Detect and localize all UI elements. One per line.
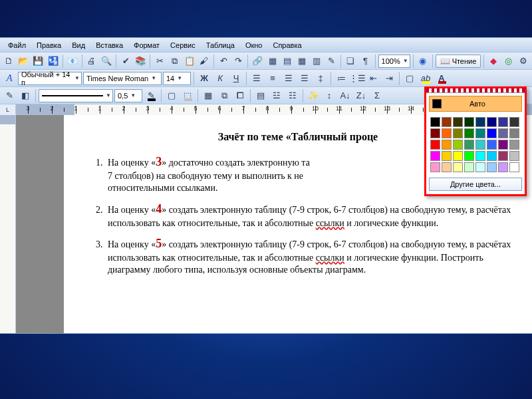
- color-swatch[interactable]: [464, 128, 474, 138]
- tables-borders-icon[interactable]: ▦: [265, 54, 279, 68]
- color-swatch[interactable]: [509, 151, 519, 161]
- menu-insert[interactable]: Вставка: [90, 40, 128, 51]
- line-weight-combo[interactable]: 0,5▼: [114, 89, 142, 102]
- show-marks-icon[interactable]: ¶: [358, 54, 372, 68]
- vertical-ruler[interactable]: [0, 115, 16, 333]
- sort-asc-icon[interactable]: A↓: [338, 88, 352, 103]
- color-swatch[interactable]: [442, 162, 452, 172]
- menu-edit[interactable]: Правка: [31, 40, 66, 51]
- color-swatch[interactable]: [475, 117, 485, 127]
- align-justify-icon[interactable]: ☰: [297, 71, 312, 86]
- underline-button[interactable]: Ч: [229, 71, 243, 86]
- color-swatch[interactable]: [442, 140, 452, 150]
- color-swatch[interactable]: [430, 151, 440, 161]
- text-direction-icon[interactable]: ↕: [322, 88, 336, 103]
- color-swatch[interactable]: [430, 117, 440, 127]
- color-swatch[interactable]: [498, 128, 508, 138]
- borders-icon[interactable]: ▢: [402, 71, 417, 86]
- popup-grip[interactable]: [426, 88, 525, 93]
- distribute-rows-icon[interactable]: ☳: [269, 88, 284, 103]
- autosum-icon[interactable]: Σ: [370, 88, 384, 103]
- line-style-combo[interactable]: ▼: [39, 89, 113, 102]
- drawing-toggle-icon[interactable]: ✎: [325, 54, 338, 68]
- indent-icon[interactable]: ⇥: [382, 71, 396, 86]
- line-spacing-icon[interactable]: ‡: [313, 71, 328, 86]
- italic-button[interactable]: К: [213, 71, 227, 86]
- excel-icon[interactable]: ▦: [295, 54, 309, 68]
- menu-tools[interactable]: Сервис: [165, 40, 201, 51]
- insert-table-icon[interactable]: ▤: [281, 54, 294, 68]
- highlight-icon[interactable]: ab: [418, 71, 433, 86]
- font-size-combo[interactable]: 14▼: [163, 72, 191, 85]
- paste-icon[interactable]: 📋: [183, 54, 196, 68]
- menu-file[interactable]: Файл: [3, 40, 31, 51]
- color-swatch[interactable]: [442, 151, 452, 161]
- color-swatch[interactable]: [464, 162, 474, 172]
- color-swatch[interactable]: [453, 140, 463, 150]
- color-swatch[interactable]: [453, 151, 463, 161]
- font-color-icon[interactable]: A: [434, 71, 449, 86]
- color-swatch[interactable]: [453, 162, 463, 172]
- color-swatch[interactable]: [475, 128, 485, 138]
- permissions-icon[interactable]: 🛂: [47, 54, 60, 68]
- translate-icon[interactable]: ◎: [501, 54, 515, 68]
- numbered-list-icon[interactable]: ≔: [334, 71, 348, 86]
- bulleted-list-icon[interactable]: ⋮☰: [350, 71, 364, 86]
- font-combo[interactable]: Times New Roman▼: [83, 72, 162, 85]
- align-cell-icon[interactable]: ▤: [253, 88, 268, 103]
- spellcheck-icon[interactable]: ✔: [119, 54, 132, 68]
- styles-pane-icon[interactable]: A: [2, 71, 17, 86]
- options-icon[interactable]: ⚙: [517, 54, 530, 68]
- color-swatch[interactable]: [487, 117, 497, 127]
- color-swatch[interactable]: [430, 162, 440, 172]
- split-cells-icon[interactable]: ⧠: [233, 88, 247, 103]
- color-swatch[interactable]: [464, 140, 474, 150]
- outside-border-icon[interactable]: ▢: [164, 88, 179, 103]
- redo-icon[interactable]: ↷: [231, 54, 245, 68]
- autoformat-icon[interactable]: ✨: [306, 88, 321, 103]
- cut-icon[interactable]: ✂: [153, 54, 166, 68]
- style-combo[interactable]: Обычный + 14 п▼: [18, 72, 82, 85]
- shading-color-icon[interactable]: ⬚: [180, 88, 195, 103]
- print-icon[interactable]: 🖨: [85, 54, 98, 68]
- new-doc-icon[interactable]: 🗋: [2, 54, 15, 68]
- doc-map-icon[interactable]: ❏: [344, 54, 357, 68]
- distribute-cols-icon[interactable]: ☷: [285, 88, 300, 103]
- outdent-icon[interactable]: ⇤: [366, 71, 380, 86]
- menu-window[interactable]: Окно: [240, 40, 268, 51]
- save-icon[interactable]: 💾: [31, 54, 45, 68]
- print-preview-icon[interactable]: 🔍: [100, 54, 113, 68]
- tab-selector[interactable]: L: [0, 104, 16, 115]
- color-swatch[interactable]: [430, 140, 440, 150]
- color-swatch[interactable]: [442, 128, 452, 138]
- bold-button[interactable]: Ж: [197, 71, 211, 86]
- align-left-icon[interactable]: ☰: [249, 71, 264, 86]
- color-swatch[interactable]: [509, 162, 519, 172]
- color-swatch[interactable]: [475, 162, 485, 172]
- color-swatch[interactable]: [487, 151, 497, 161]
- format-painter-icon[interactable]: 🖌: [198, 54, 211, 68]
- hyperlink-icon[interactable]: 🔗: [251, 54, 264, 68]
- copy-icon[interactable]: ⧉: [168, 54, 182, 68]
- color-swatch[interactable]: [453, 117, 463, 127]
- color-swatch[interactable]: [430, 128, 440, 138]
- color-swatch[interactable]: [509, 117, 519, 127]
- border-color-icon[interactable]: ✎: [144, 88, 158, 103]
- open-icon[interactable]: 📂: [17, 54, 30, 68]
- reading-mode-button[interactable]: 📖Чтение: [436, 55, 481, 68]
- color-swatch[interactable]: [487, 162, 497, 172]
- align-center-icon[interactable]: ≡: [265, 71, 280, 86]
- align-right-icon[interactable]: ☰: [281, 71, 296, 86]
- color-swatch[interactable]: [509, 140, 519, 150]
- color-swatch[interactable]: [464, 117, 474, 127]
- mail-icon[interactable]: 📧: [66, 54, 79, 68]
- columns-icon[interactable]: ▥: [310, 54, 323, 68]
- auto-color-button[interactable]: Авто: [429, 96, 522, 112]
- color-swatch[interactable]: [475, 140, 485, 150]
- draw-table-icon[interactable]: ✎: [2, 88, 17, 103]
- sort-desc-icon[interactable]: Z↓: [354, 88, 368, 103]
- insert-table2-icon[interactable]: ▦: [201, 88, 215, 103]
- color-swatch[interactable]: [464, 151, 474, 161]
- eraser-icon[interactable]: ◧: [18, 88, 33, 103]
- zoom-combo[interactable]: 100%▼: [378, 55, 410, 68]
